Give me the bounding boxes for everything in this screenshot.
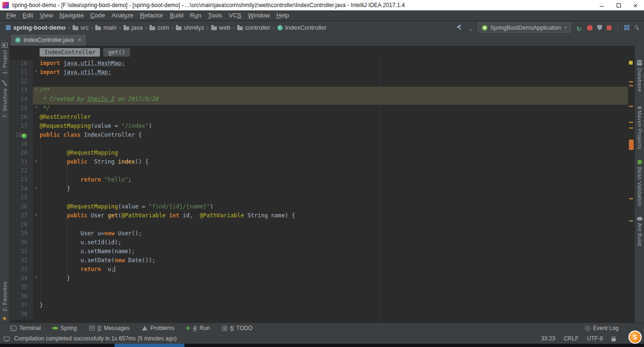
line-number[interactable]: 30	[21, 239, 27, 246]
code-line[interactable]: 18public class IndexController {	[9, 132, 635, 140]
code-line[interactable]: 19	[9, 140, 635, 149]
line-separator[interactable]: CRLF	[564, 335, 578, 342]
gutter[interactable]: 19	[9, 140, 33, 149]
gutter[interactable]: 22	[9, 167, 33, 176]
fold-marker[interactable]: ∧	[33, 69, 40, 78]
gutter[interactable]: 29	[9, 230, 33, 239]
project-structure-icon[interactable]	[624, 25, 629, 30]
line-number[interactable]: 26	[21, 203, 27, 210]
code-line[interactable]: 14 * Created by Shmily Z on 2017/9/28	[9, 96, 635, 105]
line-number[interactable]: 19	[21, 140, 27, 147]
tool-button-ant-build[interactable]: Ant Build	[637, 212, 643, 251]
code-line[interactable]: 36	[9, 293, 635, 302]
code-line[interactable]: 20 @RequestMapping	[9, 149, 635, 158]
code-line[interactable]: 37}	[9, 302, 635, 311]
breadcrumb-item-controller[interactable]: controller	[236, 24, 271, 32]
stripe-mark[interactable]	[629, 140, 634, 150]
gutter[interactable]: 35	[9, 284, 33, 293]
line-number[interactable]: 24	[21, 185, 27, 192]
line-number[interactable]: 38	[21, 311, 27, 317]
menu-item-build[interactable]: Build	[166, 11, 187, 20]
breadcrumb-chip-get[interactable]: get()	[103, 48, 130, 57]
code-line[interactable]: 22	[9, 167, 635, 176]
fold-marker[interactable]: ∨	[33, 158, 40, 167]
stripe-mark[interactable]	[629, 220, 633, 222]
gutter[interactable]: 25	[9, 194, 33, 203]
tool-button-problems[interactable]: Problems	[142, 325, 174, 331]
breadcrumb-item-spring-boot-demo[interactable]: spring-boot-demo	[5, 24, 66, 32]
menu-item-window[interactable]: Window	[245, 11, 273, 20]
tool-button-7-structure[interactable]: 7: Structure	[2, 77, 8, 121]
gutter[interactable]: 36	[9, 293, 33, 302]
code-line[interactable]: 24∧ }	[9, 185, 635, 194]
gutter[interactable]: 13	[9, 87, 33, 96]
caret-position[interactable]: 33:23	[541, 335, 555, 342]
menu-item-refactor[interactable]: Refactor	[137, 11, 166, 20]
line-number[interactable]: 31	[21, 248, 27, 255]
rerun-icon[interactable]	[576, 25, 582, 31]
gutter[interactable]: 28	[9, 221, 33, 230]
stripe-mark[interactable]	[629, 127, 633, 129]
code-line[interactable]: 17@RequestMapping(value = "/index")	[9, 123, 635, 132]
line-number[interactable]: 20	[21, 149, 27, 156]
gutter[interactable]: 16	[9, 114, 33, 123]
gutter[interactable]: 26	[9, 203, 33, 212]
stop-icon[interactable]	[607, 25, 611, 30]
tool-button-1-project[interactable]: 1: Project	[2, 40, 8, 77]
code-line[interactable]: 25	[9, 194, 635, 203]
gutter[interactable]: 14	[9, 96, 33, 105]
tab-close-icon[interactable]: ×	[78, 38, 82, 42]
tool-button-2-favorites[interactable]: 2: Favorites	[2, 278, 8, 322]
code-line[interactable]: 15∧ */	[9, 105, 635, 114]
spring-bean-gutter-icon[interactable]	[22, 133, 27, 139]
breadcrumb-item-java[interactable]: java	[123, 24, 144, 32]
breadcrumb-item-com[interactable]: com	[149, 24, 170, 32]
menu-item-view[interactable]: View	[36, 11, 56, 20]
breadcrumb-item-src[interactable]: src	[72, 24, 90, 32]
windows-taskbar[interactable]	[0, 344, 644, 347]
tool-button-4-run[interactable]: 4: Run	[187, 325, 210, 331]
line-number[interactable]: 11	[21, 69, 27, 75]
line-number[interactable]: 37	[21, 302, 27, 308]
code-line[interactable]: 32 u.setDate(new Date());	[9, 257, 635, 266]
stripe-mark[interactable]	[629, 85, 633, 86]
code-line[interactable]: 10import java.util.HashMap;	[9, 60, 635, 69]
gutter[interactable]: 21	[9, 158, 33, 167]
tool-button-maven-projects[interactable]: Maven Projects	[637, 97, 643, 155]
line-number[interactable]: 35	[21, 284, 27, 290]
maximize-button[interactable]	[610, 0, 627, 10]
stripe-mark[interactable]	[629, 106, 633, 107]
tool-button-0-messages[interactable]: 0: Messages	[89, 325, 130, 331]
code-line[interactable]: 12	[9, 78, 635, 87]
search-everywhere-icon[interactable]	[634, 25, 640, 31]
fold-marker[interactable]: ∨	[33, 87, 40, 96]
line-number[interactable]: 10	[21, 60, 27, 66]
line-number[interactable]: 15	[21, 105, 27, 111]
fold-marker[interactable]: ∧	[33, 185, 40, 194]
line-number[interactable]: 25	[21, 194, 27, 201]
gutter[interactable]: 23	[9, 176, 33, 185]
code-line[interactable]: 27∨ public User get(@PathVariable int id…	[9, 212, 635, 221]
breadcrumb-item-indexcontroller[interactable]: IndexController	[276, 24, 328, 32]
menu-item-file[interactable]: File	[3, 11, 19, 20]
gutter[interactable]: 12	[9, 78, 33, 87]
gutter[interactable]: 32	[9, 257, 33, 266]
file-encoding[interactable]: UTF-8	[587, 335, 603, 342]
gutter[interactable]: 31	[9, 248, 33, 257]
fold-marker[interactable]: ∨	[33, 212, 40, 221]
gutter[interactable]: 34	[9, 275, 33, 284]
breadcrumb-chip-indexcontroller[interactable]: IndexController	[40, 48, 100, 57]
tool-button-6-todo[interactable]: 6: TODO	[222, 325, 253, 331]
code-line[interactable]: 11∧import java.util.Map;	[9, 69, 635, 78]
code-line[interactable]: 30 u.setId(id);	[9, 239, 635, 248]
breadcrumb-item-web[interactable]: web	[210, 24, 231, 32]
close-button[interactable]: ×	[627, 0, 644, 10]
line-number[interactable]: 29	[21, 230, 27, 237]
minimize-button[interactable]	[593, 0, 610, 10]
stripe-mark[interactable]	[629, 61, 633, 65]
menu-item-edit[interactable]: Edit	[19, 11, 36, 20]
stripe-mark[interactable]	[629, 122, 633, 123]
stripe-mark[interactable]	[629, 198, 633, 199]
gutter[interactable]: 15	[9, 105, 33, 114]
gutter[interactable]: 37	[9, 302, 33, 311]
